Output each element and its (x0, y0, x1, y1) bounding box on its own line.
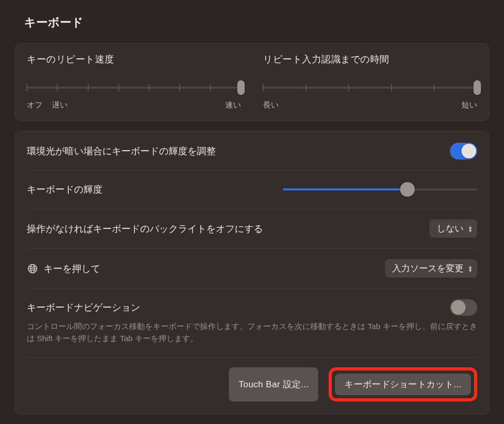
backlight-off-value: しない (437, 222, 464, 235)
globe-key-row: キーを押して 入力ソースを変更 ▴▾ (27, 248, 477, 288)
brightness-label: キーボードの輝度 (27, 183, 283, 196)
button-row: Touch Bar 設定... キーボードショートカット... (27, 357, 477, 404)
repeat-label-fast: 速い (225, 100, 241, 110)
keyboard-nav-row: キーボードナビゲーション コントロール間のフォーカス移動をキーボードで操作します… (27, 288, 477, 357)
shortcuts-highlight: キーボードショートカット... (329, 367, 477, 401)
globe-key-value: 入力ソースを変更 (392, 262, 464, 274)
chevron-updown-icon: ▴▾ (469, 225, 472, 231)
delay-label-long: 長い (263, 100, 279, 110)
keyboard-shortcuts-button[interactable]: キーボードショートカット... (335, 374, 471, 395)
backlight-off-row: 操作がなければキーボードのバックライトをオフにする しない ▴▾ (27, 208, 477, 248)
page-title: キーボード (0, 0, 504, 43)
brightness-slider[interactable] (283, 181, 477, 198)
backlight-off-label: 操作がなければキーボードのバックライトをオフにする (27, 222, 429, 235)
globe-key-dropdown[interactable]: 入力ソースを変更 ▴▾ (385, 259, 477, 278)
repeat-label-slow: 遅い (52, 100, 68, 109)
delay-block: リピート入力認識までの時間 長い 短い (263, 53, 477, 110)
chevron-updown-icon: ▴▾ (469, 265, 472, 271)
globe-key-label-wrap: キーを押して (27, 262, 385, 275)
key-repeat-block: キーのリピート速度 オフ 遅い 速い (27, 53, 241, 110)
key-repeat-title: キーのリピート速度 (27, 53, 241, 66)
keyboard-nav-toggle[interactable] (450, 299, 477, 316)
touch-bar-settings-button[interactable]: Touch Bar 設定... (229, 367, 318, 401)
delay-slider[interactable] (263, 79, 477, 98)
backlight-off-dropdown[interactable]: しない ▴▾ (429, 219, 477, 238)
brightness-row: キーボードの輝度 (27, 170, 477, 208)
key-repeat-slider[interactable] (27, 79, 241, 98)
keyboard-nav-desc: コントロール間のフォーカス移動をキーボードで操作します。フォーカスを次に移動する… (27, 320, 477, 345)
repeat-label-off: オフ (27, 100, 43, 109)
adjust-brightness-label: 環境光が暗い場合にキーボードの輝度を調整 (27, 145, 450, 157)
delay-label-short: 短い (461, 100, 477, 110)
keyboard-nav-label: キーボードナビゲーション (27, 301, 450, 314)
globe-icon (27, 263, 38, 274)
adjust-brightness-toggle[interactable] (450, 143, 477, 160)
adjust-brightness-row: 環境光が暗い場合にキーボードの輝度を調整 (27, 141, 477, 170)
keyboard-settings-panel: 環境光が暗い場合にキーボードの輝度を調整 キーボードの輝度 操作がなければキーボ… (15, 131, 489, 415)
globe-key-label: キーを押して (44, 262, 100, 275)
delay-title: リピート入力認識までの時間 (263, 53, 477, 66)
repeat-sliders-panel: キーのリピート速度 オフ 遅い 速い リピート入力認識までの時間 長い 短い (15, 43, 489, 121)
